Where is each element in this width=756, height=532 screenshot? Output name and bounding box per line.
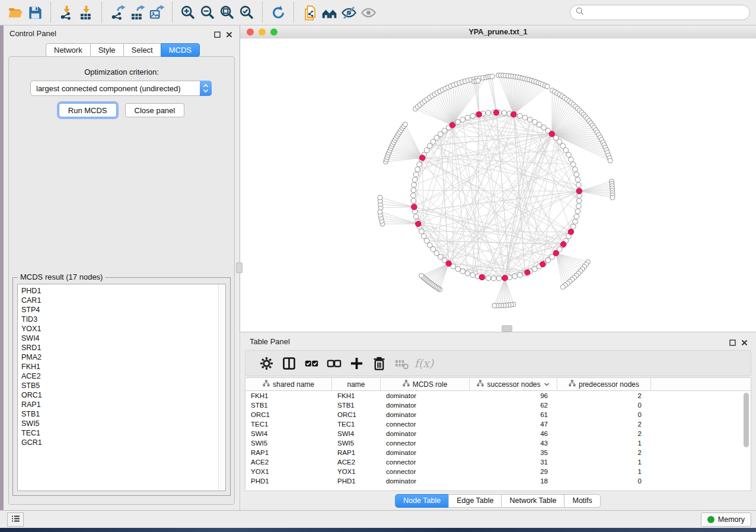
run-mcds-button[interactable]: Run MCDS <box>59 103 117 117</box>
mcds-result-item[interactable]: RAP1 <box>21 400 225 409</box>
cell-predecessor-nodes: 2 <box>557 429 651 438</box>
mcds-result-list[interactable]: PHD1CAR1STP4TID3YOX1SWI4SRD1PMA2FKH1ACE2… <box>17 284 226 491</box>
mcds-result-item[interactable]: GCR1 <box>21 438 225 447</box>
optimization-criterion-label: Optimization criterion: <box>9 68 234 76</box>
add-column-icon[interactable] <box>345 353 368 373</box>
criterion-value: largest connected component (undirected) <box>36 84 181 93</box>
tab-style[interactable]: Style <box>90 43 124 57</box>
task-history-button[interactable] <box>7 512 24 527</box>
cell-mcds-role: connector <box>381 438 470 448</box>
tab-node-table[interactable]: Node Table <box>395 494 449 508</box>
hide-selected-icon[interactable] <box>339 2 359 23</box>
float-panel-icon[interactable] <box>214 30 221 40</box>
table-row[interactable]: ORC1ORC1dominator610 <box>245 410 751 419</box>
cell-mcds-role: connector <box>381 467 470 476</box>
criterion-select[interactable]: largest connected component (undirected) <box>30 81 212 96</box>
tab-mcds[interactable]: MCDS <box>161 43 200 57</box>
search-box[interactable] <box>570 5 750 20</box>
close-panel-button[interactable]: Close panel <box>125 103 185 117</box>
mcds-result-item[interactable]: STB1 <box>21 409 225 419</box>
cell-predecessor-nodes: 2 <box>557 391 651 400</box>
tab-edge-table[interactable]: Edge Table <box>448 494 502 508</box>
import-network-icon[interactable] <box>57 2 76 23</box>
network-window-titlebar[interactable]: YPA_prune.txt_1 <box>240 25 756 39</box>
table-scrollbar[interactable] <box>744 393 749 482</box>
mcds-result-item[interactable]: FKH1 <box>21 362 225 371</box>
network-graph[interactable] <box>240 39 756 332</box>
deselect-all-rows-icon[interactable] <box>323 353 345 373</box>
table-row[interactable]: SWI4SWI4dominator462 <box>245 429 751 438</box>
mcds-result-item[interactable]: TEC1 <box>21 428 225 438</box>
cell-successor-nodes: 35 <box>470 448 557 457</box>
export-table-icon[interactable] <box>127 2 147 23</box>
table-row[interactable]: STB1STB1dominator620 <box>245 400 751 410</box>
column-header-successor-nodes[interactable]: successor nodes <box>470 378 557 390</box>
cell-shared-name: TEC1 <box>245 419 332 429</box>
mcds-result-item[interactable]: STB5 <box>21 381 225 390</box>
mcds-result-item[interactable]: SWI5 <box>21 419 225 428</box>
column-header-mcds-role[interactable]: MCDS role <box>381 378 470 390</box>
first-neighbors-icon[interactable] <box>320 2 339 23</box>
table-row[interactable]: PHD1PHD1dominator180 <box>245 476 751 486</box>
mcds-result-item[interactable]: SWI4 <box>21 334 225 343</box>
table-row[interactable]: TEC1TEC1connector472 <box>245 419 751 429</box>
table-settings-gear-icon[interactable] <box>255 353 277 373</box>
cell-predecessor-nodes: 1 <box>557 438 651 448</box>
zoom-selected-icon[interactable] <box>237 2 257 23</box>
vertical-splitter-handle[interactable] <box>236 262 243 273</box>
table-row[interactable]: SWI5SWI5connector431 <box>245 438 751 448</box>
column-header-predecessor-nodes[interactable]: predecessor nodes <box>557 378 651 390</box>
mcds-result-item[interactable]: SRD1 <box>21 343 225 352</box>
mcds-result-item[interactable]: ACE2 <box>21 371 225 381</box>
cell-mcds-role: dominator <box>381 391 470 400</box>
tab-network-table[interactable]: Network Table <box>502 494 565 508</box>
float-table-panel-icon[interactable] <box>729 338 736 348</box>
table-row[interactable]: ACE2ACE2connector311 <box>245 457 751 467</box>
cell-mcds-role: dominator <box>381 448 470 457</box>
save-session-icon[interactable] <box>25 2 45 23</box>
mcds-result-item[interactable]: YOX1 <box>21 324 225 334</box>
table-panel-title: Table Panel <box>250 337 290 346</box>
cell-shared-name: YOX1 <box>245 467 332 476</box>
cell-shared-name: FKH1 <box>245 391 332 400</box>
result-list-scrollbar[interactable] <box>218 284 225 491</box>
network-canvas[interactable] <box>240 39 756 332</box>
zoom-out-icon[interactable] <box>198 2 218 23</box>
mcds-result-item[interactable]: PMA2 <box>21 352 225 362</box>
table-row[interactable]: YOX1YOX1connector291 <box>245 467 751 476</box>
table-row[interactable]: RAP1RAP1dominator352 <box>245 448 751 457</box>
delete-column-icon[interactable] <box>368 353 390 373</box>
search-input[interactable] <box>588 8 745 17</box>
tab-select[interactable]: Select <box>123 43 161 57</box>
import-table-icon[interactable] <box>76 2 96 23</box>
zoom-fit-icon[interactable] <box>218 2 237 23</box>
mcds-result-item[interactable]: CAR1 <box>21 296 225 305</box>
open-file-icon[interactable] <box>6 2 25 23</box>
cell-mcds-role: connector <box>381 457 470 467</box>
select-stepper-icon[interactable] <box>200 81 212 96</box>
cell-predecessor-nodes: 1 <box>557 457 651 467</box>
column-layout-icon[interactable] <box>277 353 300 373</box>
column-header-name[interactable]: name <box>332 378 381 390</box>
table-scrollbar-thumb[interactable] <box>744 393 749 447</box>
horizontal-splitter-handle[interactable] <box>502 325 512 332</box>
mcds-result-item[interactable]: PHD1 <box>21 286 225 296</box>
column-header-shared-name[interactable]: shared name <box>245 378 332 390</box>
mcds-result-item[interactable]: ORC1 <box>21 390 225 400</box>
close-panel-icon[interactable] <box>226 30 232 40</box>
tab-motifs[interactable]: Motifs <box>564 494 600 508</box>
cell-shared-name: ORC1 <box>245 410 332 419</box>
close-table-panel-icon[interactable] <box>741 338 748 348</box>
export-image-icon[interactable] <box>147 2 167 23</box>
select-all-rows-icon[interactable] <box>300 353 323 373</box>
memory-button[interactable]: Memory <box>701 512 751 527</box>
table-row[interactable]: FKH1FKH1dominator962 <box>245 391 751 400</box>
refresh-layout-icon[interactable] <box>269 2 288 23</box>
mcds-result-item[interactable]: STP4 <box>21 305 225 315</box>
zoom-in-icon[interactable] <box>178 2 198 23</box>
export-network-icon[interactable] <box>108 2 127 23</box>
mcds-result-item[interactable]: TID3 <box>21 315 225 324</box>
new-network-from-selection-icon[interactable] <box>300 2 320 23</box>
memory-status-icon <box>707 516 714 523</box>
tab-network[interactable]: Network <box>46 43 91 57</box>
